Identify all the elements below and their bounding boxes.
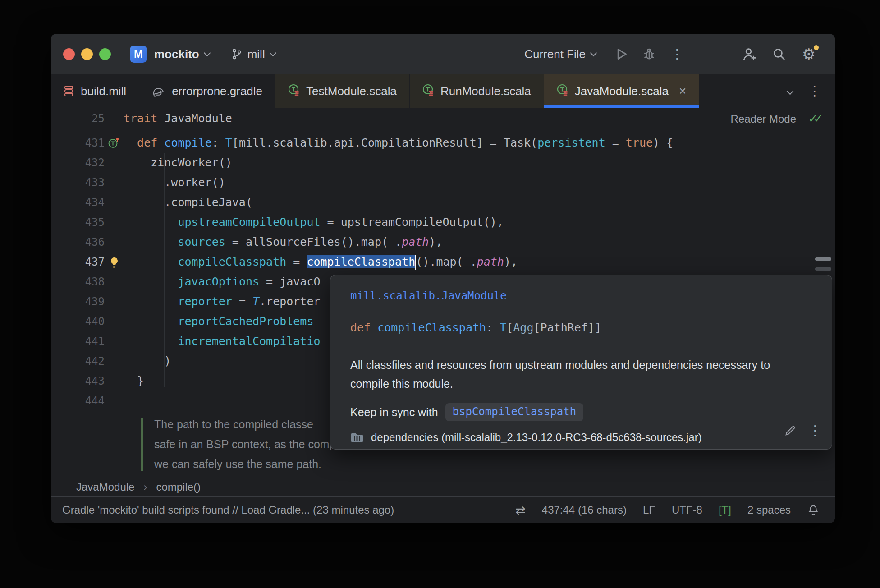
project-name[interactable]: mockito <box>154 47 199 61</box>
line-number[interactable]: 439 <box>51 295 105 308</box>
line-number[interactable]: 436 <box>51 236 105 248</box>
line-number[interactable]: 442 <box>51 355 105 368</box>
minimize-window-button[interactable] <box>81 48 93 60</box>
code-text[interactable]: reportCachedProblems <box>124 312 313 331</box>
chevron-down-icon[interactable] <box>590 49 597 56</box>
zoom-window-button[interactable] <box>99 48 111 60</box>
code-text[interactable]: sources = allSourceFiles().map(_.path), <box>124 232 442 252</box>
macos-traffic-lights <box>63 48 111 60</box>
scala-trait-icon <box>557 83 569 96</box>
close-window-button[interactable] <box>63 48 75 60</box>
line-number[interactable]: 440 <box>51 315 105 328</box>
breadcrumb-item-javamodule[interactable]: JavaModule <box>76 481 134 493</box>
tab-options-icon[interactable]: ⋮ <box>808 84 821 98</box>
line-number[interactable]: 434 <box>51 196 105 209</box>
code-text[interactable]: compileClasspath = compileClasspath().ma… <box>124 252 518 272</box>
caret-position-widget[interactable]: 437:44 (16 chars) <box>542 504 627 516</box>
code-text[interactable]: incrementalCompilatio <box>124 331 321 351</box>
sticky-line-number[interactable]: 25 <box>51 112 105 125</box>
settings-notification-badge <box>814 45 819 50</box>
vcs-branch-widget[interactable]: mill <box>230 47 275 61</box>
gutter-icon-slot <box>105 137 124 149</box>
line-number[interactable]: 432 <box>51 156 105 169</box>
git-branch-icon <box>230 48 243 60</box>
scala-trait-icon <box>422 83 435 96</box>
breadcrumb-item-compile[interactable]: compile() <box>156 481 201 493</box>
scrollbar-mark[interactable] <box>815 257 831 261</box>
indent-widget[interactable]: 2 spaces <box>747 504 791 516</box>
code-line[interactable]: 433 .worker() <box>51 173 835 193</box>
gradle-file-icon <box>151 85 166 97</box>
code-text[interactable]: .compileJava( <box>124 193 252 212</box>
doc-comment-line: we can safely use the same path. <box>154 454 321 474</box>
code-text[interactable]: ) <box>124 351 171 371</box>
line-number[interactable]: 443 <box>51 375 105 387</box>
doc-qualifier-link[interactable]: mill.scalalib.JavaModule <box>350 289 507 302</box>
ide-window: M mockito mill Current File ⋮ <box>51 34 835 523</box>
tab-javamodule-scala[interactable]: JavaModule.scala × <box>544 74 699 108</box>
edit-pencil-icon[interactable] <box>784 424 797 437</box>
code-line[interactable]: 437 compileClasspath = compileClasspath(… <box>51 252 835 272</box>
tab-runmodule-scala[interactable]: RunModule.scala <box>409 74 544 108</box>
code-text[interactable]: reporter = T.reporter <box>124 292 321 312</box>
tab-build-mill[interactable]: build.mill <box>51 74 139 108</box>
run-button[interactable] <box>611 44 631 64</box>
title-bar: M mockito mill Current File ⋮ <box>51 34 835 74</box>
line-ending-widget[interactable]: LF <box>643 504 655 516</box>
code-text[interactable]: upstreamCompileOutput = upstreamCompileO… <box>124 212 504 232</box>
line-number[interactable]: 433 <box>51 176 105 189</box>
doc-sync-label: Keep in sync with <box>350 406 438 419</box>
code-line[interactable]: 436 sources = allSourceFiles().map(_.pat… <box>51 232 835 252</box>
line-number[interactable]: 444 <box>51 395 105 407</box>
tab-label: JavaModule.scala <box>575 84 669 98</box>
branch-name: mill <box>248 47 265 61</box>
project-icon[interactable]: M <box>130 46 147 63</box>
code-text[interactable]: zincWorker() <box>124 153 232 173</box>
statusbar-message[interactable]: Gradle 'mockito' build scripts found // … <box>62 504 394 516</box>
chevron-down-icon[interactable] <box>203 49 211 56</box>
code-text[interactable]: def compile: T[mill.scalalib.api.Compila… <box>124 133 673 153</box>
doc-comment-line: The path to the compiled classe <box>154 414 313 434</box>
scrollbar-mark[interactable] <box>815 267 831 271</box>
sync-columns-icon[interactable]: ⇄ <box>515 503 526 517</box>
tab-label: build.mill <box>81 84 126 98</box>
scala-trait-icon <box>288 83 300 96</box>
override-marker-icon[interactable] <box>108 137 120 149</box>
doc-sync-code-chip[interactable]: bspCompileClasspath <box>445 403 584 421</box>
doc-sync-row: Keep in sync with bspCompileClasspath <box>350 403 583 421</box>
breadcrumb-separator: › <box>143 481 147 493</box>
code-line[interactable]: 435 upstreamCompileOutput = upstreamComp… <box>51 212 835 232</box>
search-icon[interactable] <box>769 44 789 64</box>
more-actions-icon[interactable]: ⋮ <box>667 44 687 64</box>
line-number[interactable]: 438 <box>51 276 105 288</box>
line-number[interactable]: 435 <box>51 216 105 229</box>
tab-errorprone-gradle[interactable]: errorprone.gradle <box>139 74 275 108</box>
line-number[interactable]: 441 <box>51 335 105 348</box>
tab-testmodule-scala[interactable]: TestModule.scala <box>275 74 409 108</box>
debug-button[interactable] <box>639 44 659 64</box>
line-number[interactable]: 431 <box>51 137 105 149</box>
line-number[interactable]: 437 <box>51 256 105 268</box>
code-line[interactable]: 432 zincWorker() <box>51 153 835 173</box>
code-text[interactable]: } <box>124 371 144 391</box>
close-tab-icon[interactable]: × <box>679 84 686 98</box>
tab-list-chevron-icon[interactable] <box>787 87 794 95</box>
reader-mode-label[interactable]: Reader Mode <box>731 108 796 129</box>
encoding-widget[interactable]: UTF-8 <box>672 504 702 516</box>
settings-gear-icon[interactable]: ⚙ <box>799 44 819 64</box>
popup-more-icon[interactable]: ⋮ <box>808 424 822 437</box>
code-line[interactable]: 431 def compile: T[mill.scalalib.api.Com… <box>51 133 835 153</box>
code-text[interactable]: javacOptions = javacO <box>124 272 321 292</box>
code-line[interactable]: 434 .compileJava( <box>51 193 835 212</box>
add-user-icon[interactable] <box>739 44 759 64</box>
type-aware-highlighting-widget[interactable]: [T] <box>719 504 731 516</box>
doc-signature: def compileClasspath: T[Agg[PathRef]] <box>350 321 601 334</box>
lightbulb-icon[interactable] <box>108 256 120 268</box>
inspections-ok-icon[interactable]: ✓✓ <box>808 108 823 129</box>
run-configuration-selector[interactable]: Current File <box>524 47 586 61</box>
sticky-code-text[interactable]: trait JavaModule <box>124 109 232 129</box>
code-text[interactable]: .worker() <box>124 173 225 193</box>
notifications-bell-icon[interactable] <box>807 504 820 516</box>
doc-source-text[interactable]: dependencies (mill-scalalib_2.13-0.12.0-… <box>371 431 702 444</box>
sticky-context-line: 25 trait JavaModule Reader Mode ✓✓ <box>51 108 835 129</box>
